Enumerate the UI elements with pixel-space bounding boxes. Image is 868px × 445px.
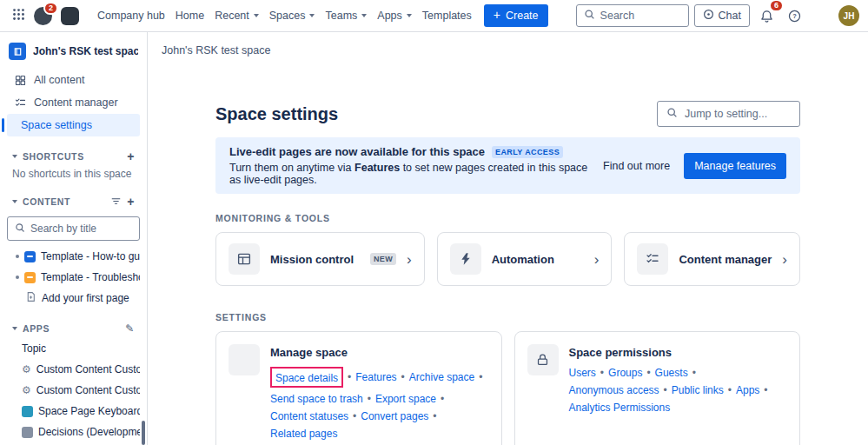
space-permissions-title: Space permissions: [569, 344, 788, 359]
chat-button[interactable]: Chat: [694, 4, 750, 27]
tree-item-template-howto[interactable]: Template - How-to gui...: [7, 246, 140, 267]
breadcrumb[interactable]: John's RSK test space: [162, 44, 270, 56]
link-analytics-permissions[interactable]: Analytics Permissions: [569, 402, 671, 414]
separator-dot: •: [600, 368, 604, 378]
jump-to-setting-input[interactable]: [685, 108, 791, 120]
space-permissions-card: Space permissions Users • Groups • Guest…: [514, 331, 801, 445]
sidebar-search-input[interactable]: [30, 222, 132, 235]
user-avatar[interactable]: JH: [838, 5, 859, 26]
sidebar-search[interactable]: [7, 216, 140, 241]
sidebar-item-space-settings[interactable]: Space settings: [7, 114, 140, 136]
live-edit-banner: Live-edit pages are now available for th…: [215, 137, 800, 194]
sidebar-item-content-manager[interactable]: Content manager: [7, 91, 140, 114]
link-content-statuses[interactable]: Content statuses: [270, 410, 348, 422]
separator-dot: •: [728, 385, 732, 395]
sidebar: John's RSK test space All content Conten…: [0, 32, 148, 445]
app-item-custom-content-2[interactable]: Custom Content Custo...: [7, 380, 140, 401]
link-users[interactable]: Users: [569, 367, 596, 379]
link-export-space[interactable]: Export space: [375, 393, 436, 405]
chevron-down-icon: [12, 327, 17, 330]
app-item-decisions[interactable]: Decisions (Development): [7, 422, 140, 442]
chevron-down-icon: [254, 14, 259, 17]
edit-apps-icon[interactable]: [125, 323, 135, 334]
nav-company-hub[interactable]: Company hub: [92, 4, 170, 27]
search-icon: [584, 8, 595, 23]
nav-recent[interactable]: Recent: [209, 4, 264, 27]
nav-templates[interactable]: Templates: [417, 4, 477, 27]
link-features[interactable]: Features: [355, 371, 396, 383]
find-out-more-link[interactable]: Find out more: [603, 160, 670, 172]
link-groups[interactable]: Groups: [608, 367, 642, 379]
help-button[interactable]: ?: [783, 4, 805, 27]
add-shortcut-button[interactable]: [127, 150, 135, 163]
tree-item-template-troubleshoot[interactable]: Template - Troublesho...: [7, 267, 140, 288]
link-space-details[interactable]: Space details: [275, 372, 338, 384]
separator-dot: •: [433, 411, 436, 422]
shortcuts-section-header[interactable]: SHORTCUTS: [7, 147, 140, 166]
apps-section-header[interactable]: APPS: [7, 319, 140, 338]
content-section-header[interactable]: CONTENT: [7, 192, 140, 211]
automation-card[interactable]: Automation: [437, 232, 613, 286]
card-label: Mission control: [270, 253, 354, 266]
chat-icon: [703, 9, 714, 23]
manage-space-links: Space details • Features • Archive space…: [270, 367, 489, 440]
tree-bullet: [16, 255, 19, 258]
settings-button[interactable]: [811, 4, 833, 27]
nav-apps[interactable]: Apps: [372, 4, 417, 27]
notifications-button[interactable]: 6: [755, 4, 778, 27]
question-icon: ?: [787, 9, 802, 23]
nav-spaces[interactable]: Spaces: [264, 4, 321, 27]
nav-home[interactable]: Home: [170, 4, 209, 27]
link-public-links[interactable]: Public links: [672, 384, 724, 396]
app-avatar[interactable]: 2: [34, 7, 52, 25]
product-logo-icon[interactable]: [61, 7, 79, 25]
filter-icon[interactable]: [110, 196, 122, 209]
link-archive-space[interactable]: Archive space: [409, 371, 474, 383]
chevron-down-icon: [12, 200, 17, 203]
jump-to-setting-search[interactable]: [657, 101, 800, 127]
top-navigation-bar: 2 Company hub Home Recent Spaces Teams A…: [0, 0, 868, 32]
chevron-right-icon: [594, 252, 600, 267]
page-title: Space settings: [215, 104, 338, 124]
sidebar-scrollbar[interactable]: [142, 421, 145, 445]
link-related-pages[interactable]: Related pages: [270, 428, 337, 440]
create-button-label: Create: [506, 10, 539, 22]
app-switcher-button[interactable]: [7, 4, 30, 27]
svg-text:?: ?: [792, 12, 797, 20]
mission-control-icon: [229, 243, 260, 275]
separator-dot: •: [764, 385, 767, 395]
gear-icon: [22, 385, 31, 395]
mission-control-card[interactable]: Mission control NEW: [215, 232, 425, 286]
nav-teams[interactable]: Teams: [320, 4, 372, 27]
link-apps[interactable]: Apps: [736, 384, 759, 396]
global-search[interactable]: [576, 4, 689, 27]
app-item-topic[interactable]: Topic: [7, 338, 140, 359]
tree-item-label: Template - How-to gui...: [41, 250, 140, 262]
top-menu: Company hub Home Recent Spaces Teams App…: [92, 4, 477, 27]
tree-item-add-first-page[interactable]: Add your first page: [7, 288, 140, 309]
create-button[interactable]: Create: [484, 4, 548, 27]
shortcuts-heading: SHORTCUTS: [23, 151, 84, 162]
app-item-keyboard-shortcuts[interactable]: Space Page Keyboard ...: [7, 401, 140, 422]
app-item-label: Custom Content Custo...: [36, 363, 140, 375]
search-icon: [666, 106, 678, 122]
add-content-button[interactable]: [127, 196, 135, 208]
link-convert-pages[interactable]: Convert pages: [361, 410, 428, 422]
space-permissions-icon: [527, 344, 559, 375]
plus-icon: [494, 10, 500, 22]
link-send-space-to-trash[interactable]: Send space to trash: [270, 393, 363, 405]
search-icon: [15, 221, 25, 236]
manage-features-button[interactable]: Manage features: [684, 153, 786, 179]
sidebar-item-all-content[interactable]: All content: [7, 69, 140, 91]
content-manager-card[interactable]: Content manager: [624, 232, 800, 286]
sidebar-item-label: Content manager: [34, 96, 118, 109]
separator-dot: •: [664, 385, 667, 395]
separator-dot: •: [368, 394, 371, 404]
global-search-input[interactable]: [600, 10, 681, 22]
link-guests[interactable]: Guests: [655, 367, 688, 379]
tree-item-label: Add your first page: [42, 292, 129, 304]
monitoring-tools-heading: MONITORING & TOOLS: [215, 213, 800, 223]
link-anonymous-access[interactable]: Anonymous access: [569, 384, 659, 396]
space-header[interactable]: John's RSK test space: [7, 41, 140, 69]
app-item-custom-content-1[interactable]: Custom Content Custo...: [7, 359, 140, 380]
